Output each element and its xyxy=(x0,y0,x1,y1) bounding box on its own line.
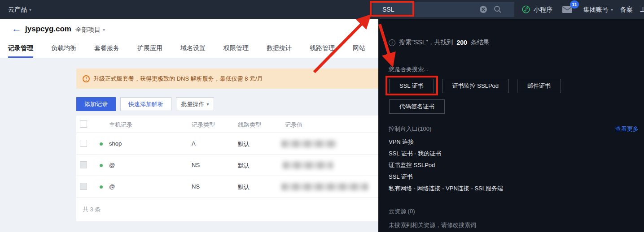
tab-website[interactable]: 网站 xyxy=(353,40,365,58)
cell-type: A xyxy=(192,140,196,147)
menu-cloud-products[interactable]: 云产品▾ xyxy=(8,0,31,19)
search-results-panel: i 搜索"SSL"，共找到 200 条结果 您是否要搜索... SSL 证书 证… xyxy=(378,19,644,232)
tab-extensions[interactable]: 扩展应用 xyxy=(137,40,162,58)
cell-line: 默认 xyxy=(238,183,250,191)
info-icon: i xyxy=(389,39,395,46)
cell-type: NS xyxy=(192,162,200,168)
table-row[interactable]: shop A 默认 xyxy=(76,133,378,155)
column-header-line: 线路类型 xyxy=(238,121,261,129)
menu-cloud-products-label: 云产品 xyxy=(8,6,27,13)
page-title: jyspcyg.com xyxy=(25,25,71,34)
column-header-value: 记录值 xyxy=(285,121,302,129)
list-item[interactable]: SSL 证书 - 我的证书 xyxy=(389,148,503,159)
result-suffix: 条结果 xyxy=(471,39,490,47)
column-header-host: 主机记录 xyxy=(109,121,132,129)
menu-mini-program[interactable]: 小程序 xyxy=(522,0,552,19)
result-prefix: 搜索"SSL"，共找到 xyxy=(399,39,453,47)
tab-plan-service[interactable]: 套餐服务 xyxy=(94,40,119,58)
list-item[interactable]: 证书监控 SSLPod xyxy=(389,159,503,171)
upgrade-notice-text: 升级正式版套餐，获得更极致的 DNS 解析服务，最低仅需 8 元/月 xyxy=(93,75,263,83)
quick-add-button[interactable]: 快速添加解析 xyxy=(120,97,171,111)
cell-host: @ xyxy=(109,162,115,168)
row-checkbox[interactable] xyxy=(80,140,87,147)
menu-partial[interactable]: 工 xyxy=(640,0,644,19)
topbar: 云产品▾ 小程序 11 集团账 xyxy=(0,0,644,19)
search-input[interactable] xyxy=(372,6,476,13)
chevron-down-icon: ▾ xyxy=(103,27,105,32)
cell-value-redacted xyxy=(281,183,368,190)
search-result-summary: i 搜索"SSL"，共找到 200 条结果 xyxy=(389,39,490,47)
tab-domain-settings[interactable]: 域名设置 xyxy=(180,40,206,58)
chevron-down-icon: ▾ xyxy=(29,0,31,19)
project-filter[interactable]: 全部项目▾ xyxy=(75,26,105,34)
back-button[interactable]: ← xyxy=(12,23,22,34)
console-entries-title: 控制台入口(100) xyxy=(389,125,431,133)
table-footer: 共 3 条 xyxy=(76,198,378,221)
menu-beian[interactable]: 备案 xyxy=(620,0,633,19)
menu-group-account-label: 集团账号 xyxy=(583,6,609,13)
suggest-mail-cert-button[interactable]: 邮件证书 xyxy=(517,79,561,93)
cloud-resources-empty-text: 未搜索到相关资源，请修改搜索词 xyxy=(389,221,476,229)
messages-button[interactable]: 11 xyxy=(561,0,582,19)
cell-line: 默认 xyxy=(238,140,250,148)
batch-operations-label: 批量操作 xyxy=(181,101,204,107)
upgrade-notice-banner: ! 升级正式版套餐，获得更极致的 DNS 解析服务，最低仅需 8 元/月 xyxy=(76,69,378,89)
tab-load-balancing[interactable]: 负载均衡 xyxy=(51,40,76,58)
console-entry-list: VPN 连接 SSL 证书 - 我的证书 证书监控 SSLPod SSL 证书 … xyxy=(389,136,503,194)
cell-type: NS xyxy=(192,183,200,190)
tab-permissions[interactable]: 权限管理 xyxy=(223,40,249,58)
records-table: 主机记录 记录类型 线路类型 记录值 shop A 默认 @ NS 默认 @ N… xyxy=(76,116,378,221)
clear-icon[interactable] xyxy=(479,5,487,13)
menu-group-account[interactable]: 集团账号▾ xyxy=(583,0,613,19)
menu-mini-program-label: 小程序 xyxy=(534,0,552,19)
chevron-down-icon: ▾ xyxy=(611,0,613,19)
cell-value-redacted xyxy=(281,140,337,147)
batch-operations-button[interactable]: 批量操作▾ xyxy=(176,97,214,111)
suggest-buttons: SSL 证书 证书监控 SSLPod 邮件证书 代码签名证书 xyxy=(389,79,591,114)
cell-host: @ xyxy=(109,183,115,190)
warning-icon: ! xyxy=(83,75,90,82)
column-header-type: 记录类型 xyxy=(192,121,215,129)
record-count: 共 3 条 xyxy=(83,206,101,214)
mail-badge: 11 xyxy=(570,0,579,9)
suggest-sslpod-button[interactable]: 证书监控 SSLPod xyxy=(442,79,509,93)
table-header-row: 主机记录 记录类型 线路类型 记录值 xyxy=(76,116,378,133)
see-more-link[interactable]: 查看更多 xyxy=(615,125,639,133)
row-checkbox[interactable] xyxy=(80,161,87,168)
list-item[interactable]: VPN 连接 xyxy=(389,136,503,148)
cell-host: shop xyxy=(109,140,122,147)
suggest-ssl-cert-button[interactable]: SSL 证书 xyxy=(389,79,434,93)
chevron-down-icon: ▾ xyxy=(206,98,209,111)
tab-line-management[interactable]: 线路管理 xyxy=(310,40,335,58)
cell-line: 默认 xyxy=(238,162,250,170)
mini-program-icon xyxy=(522,5,530,13)
tab-record-management[interactable]: 记录管理 xyxy=(8,40,33,58)
topbar-search[interactable] xyxy=(372,2,514,17)
result-count: 200 xyxy=(456,39,467,46)
tab-statistics[interactable]: 数据统计 xyxy=(267,40,292,58)
status-dot-icon xyxy=(100,185,103,189)
cell-value-redacted xyxy=(283,162,333,169)
page: 云产品▾ 小程序 11 集团账 xyxy=(0,0,644,232)
cloud-resources-title: 云资源 (0) xyxy=(389,207,415,215)
suggest-label: 您是否要搜索... xyxy=(389,65,429,73)
search-icon[interactable] xyxy=(494,5,502,13)
row-checkbox[interactable] xyxy=(80,183,87,190)
status-dot-icon xyxy=(100,164,103,167)
add-record-button[interactable]: 添加记录 xyxy=(76,97,116,111)
status-dot-icon xyxy=(100,142,103,146)
table-row[interactable]: @ NS 默认 xyxy=(76,155,378,176)
list-item[interactable]: SSL 证书 xyxy=(389,171,503,183)
suggest-code-sign-cert-button[interactable]: 代码签名证书 xyxy=(389,99,445,114)
list-item[interactable]: 私有网络 - 网络连接 - VPN连接 - SSL服务端 xyxy=(389,183,503,194)
project-filter-label: 全部项目 xyxy=(75,26,101,33)
table-row[interactable]: @ NS 默认 xyxy=(76,176,378,198)
select-all-checkbox[interactable] xyxy=(80,120,87,128)
